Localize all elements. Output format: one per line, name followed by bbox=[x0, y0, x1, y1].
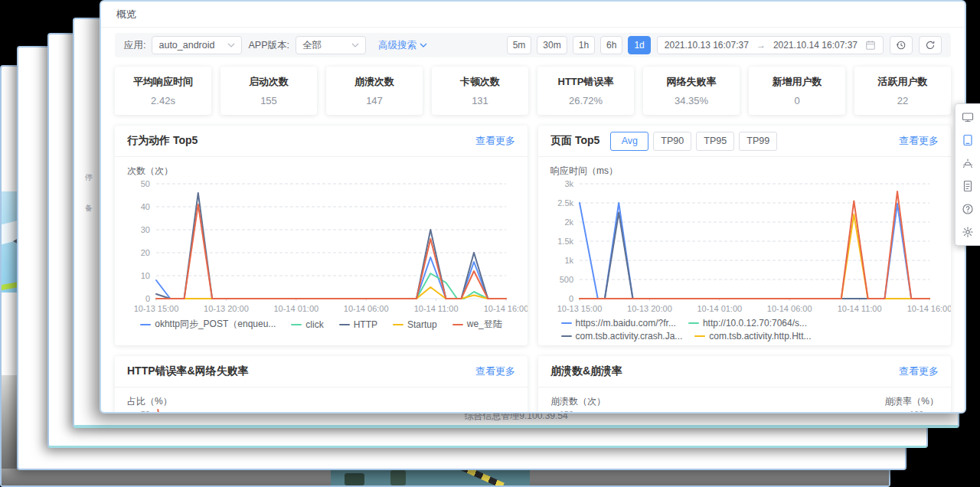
time-range-button-1d[interactable]: 1d bbox=[628, 36, 650, 54]
kpi-label: 崩溃次数 bbox=[329, 75, 420, 89]
svg-text:10-13 20:00: 10-13 20:00 bbox=[204, 304, 249, 313]
http-error-panel-title: HTTP错误率&网络失败率 bbox=[127, 364, 249, 378]
kpi-label: 网络失败率 bbox=[646, 75, 737, 89]
legend-label: com.tsb.activity.MainAct... bbox=[576, 344, 681, 345]
svg-text:1.5k: 1.5k bbox=[557, 237, 573, 246]
occluded-text-fragment: 备 bbox=[85, 203, 93, 214]
kpi-card: 平均响应时间2.42s bbox=[115, 67, 211, 115]
photo-object bbox=[390, 470, 406, 485]
kpi-card: 网络失败率34.35% bbox=[643, 67, 740, 115]
kpi-label: 启动次数 bbox=[224, 75, 314, 89]
svg-text:2.5k: 2.5k bbox=[557, 198, 573, 208]
line-chart-svg: 05001k1.5k2k2.5k3k10-13 15:0010-13 20:00… bbox=[550, 178, 940, 315]
desktop-monitor-icon[interactable] bbox=[962, 111, 974, 123]
version-select[interactable]: 全部 bbox=[296, 36, 366, 54]
kpi-label: 卡顿次数 bbox=[435, 75, 525, 89]
http-error-y-axis-label: 占比（%） bbox=[127, 395, 515, 408]
time-range-button-6h[interactable]: 6h bbox=[600, 36, 622, 54]
http-error-panel: HTTP错误率&网络失败率 查看更多 占比（%） 50 bbox=[115, 356, 528, 413]
advanced-search-link[interactable]: 高级搜索 bbox=[378, 39, 427, 52]
legend-label: HTTP bbox=[354, 319, 377, 330]
chart-fragment-svg: 150100 bbox=[550, 408, 940, 413]
svg-text:500: 500 bbox=[560, 275, 573, 284]
history-refresh-button[interactable] bbox=[890, 36, 913, 54]
help-icon[interactable] bbox=[962, 203, 974, 215]
page-more-link[interactable]: 查看更多 bbox=[899, 134, 939, 148]
refresh-button[interactable] bbox=[919, 36, 942, 54]
window-header: 概览 bbox=[101, 2, 965, 28]
svg-text:10-14 01:00: 10-14 01:00 bbox=[273, 304, 318, 313]
legend-item[interactable]: Startup bbox=[393, 318, 437, 331]
report-document-icon[interactable] bbox=[962, 180, 974, 192]
legend-item[interactable]: com.tsb.activity.http.Htt... bbox=[694, 331, 811, 342]
legend-swatch bbox=[561, 322, 572, 324]
svg-text:40: 40 bbox=[141, 202, 150, 211]
legend-swatch bbox=[339, 324, 350, 325]
mobile-device-icon[interactable] bbox=[962, 134, 974, 146]
svg-text:10-14 16:00: 10-14 16:00 bbox=[484, 304, 528, 313]
svg-text:10-13 15:00: 10-13 15:00 bbox=[134, 304, 179, 313]
legend-item[interactable]: HTTP bbox=[339, 318, 377, 331]
clock-history-icon bbox=[896, 40, 906, 51]
advanced-search-label: 高级搜索 bbox=[378, 39, 416, 52]
version-select-value: 全部 bbox=[302, 39, 322, 52]
tab-tp95[interactable]: TP95 bbox=[696, 132, 734, 151]
kpi-card: 崩溃次数147 bbox=[326, 67, 423, 115]
svg-text:0: 0 bbox=[569, 294, 573, 303]
refresh-icon bbox=[925, 40, 936, 51]
top-charts-row: 行为动作 Top5 查看更多 次数（次） 0102030405010-13 15… bbox=[115, 126, 951, 345]
http-error-more-link[interactable]: 查看更多 bbox=[475, 364, 515, 378]
date-range-picker[interactable]: 2021.10.13 16:07:37 → 2021.10.14 16:07:3… bbox=[657, 36, 884, 54]
legend-item[interactable]: https://m.baidu.com/?fr... bbox=[561, 318, 676, 328]
legend-item[interactable]: okhttp同步_POST（enqueu... bbox=[140, 318, 276, 331]
app-select[interactable]: auto_android bbox=[152, 36, 242, 54]
tab-tp90[interactable]: TP90 bbox=[653, 132, 691, 151]
legend-label: okhttp同步_POST（enqueu... bbox=[155, 318, 276, 331]
svg-text:20: 20 bbox=[141, 248, 150, 257]
chevron-down-icon bbox=[420, 43, 427, 47]
legend-item[interactable]: com.tsb.activity.MainAct... bbox=[561, 344, 681, 345]
legend-item[interactable]: we_登陆 bbox=[452, 318, 502, 331]
kpi-card: 新增用户数0 bbox=[749, 67, 845, 115]
settings-gear-icon[interactable] bbox=[962, 226, 974, 238]
kpi-value: 131 bbox=[435, 95, 525, 106]
crash-panel-title: 崩溃数&崩溃率 bbox=[550, 364, 622, 378]
http-error-chart-fragment: 50 bbox=[127, 408, 515, 413]
dashboard-window: 概览 应用: auto_android APP版本: 全部 高级搜索 5m3 bbox=[100, 0, 966, 413]
date-end: 2021.10.14 16:07:37 bbox=[773, 40, 858, 51]
svg-text:1k: 1k bbox=[564, 256, 573, 265]
tab-avg[interactable]: Avg bbox=[610, 132, 648, 151]
legend-swatch bbox=[694, 335, 705, 337]
behavior-more-link[interactable]: 查看更多 bbox=[475, 134, 515, 148]
desktop-background: 停 备 综合信息管理9.100.39.54 概览 应用: auto_androi… bbox=[0, 0, 980, 487]
legend-item[interactable]: com.tsb.activity.crash.Ja... bbox=[561, 331, 683, 342]
range-arrow: → bbox=[756, 40, 766, 51]
behavior-panel: 行为动作 Top5 查看更多 次数（次） 0102030405010-13 15… bbox=[115, 126, 528, 345]
legend-label: com.tsb.activity.http.Htt... bbox=[709, 331, 811, 342]
legend-swatch bbox=[452, 324, 463, 325]
bottom-charts-row: HTTP错误率&网络失败率 查看更多 占比（%） 50 崩溃数&崩溃率 查看更多… bbox=[115, 356, 951, 413]
page-line-chart: 05001k1.5k2k2.5k3k10-13 15:0010-13 20:00… bbox=[550, 178, 939, 315]
svg-text:50: 50 bbox=[141, 410, 150, 413]
chevron-down-icon bbox=[351, 43, 359, 47]
time-range-group: 5m30m1h6h1d bbox=[507, 36, 651, 54]
kpi-value: 22 bbox=[858, 95, 948, 106]
side-toolbar bbox=[955, 103, 980, 246]
legend-label: https://m.baidu.com/?fr... bbox=[576, 318, 676, 328]
svg-text:10-14 06:00: 10-14 06:00 bbox=[344, 304, 389, 313]
kpi-value: 2.42s bbox=[118, 95, 208, 106]
kpi-row: 平均响应时间2.42s启动次数155崩溃次数147卡顿次数131HTTP错误率2… bbox=[115, 67, 951, 115]
occluded-text-fragment: 停 bbox=[85, 172, 93, 183]
time-range-button-1h[interactable]: 1h bbox=[573, 36, 595, 54]
legend-label: http://10.0.12.70:7064/s... bbox=[703, 318, 807, 328]
alarm-icon[interactable] bbox=[962, 157, 974, 169]
page-legend: https://m.baidu.com/?fr...http://10.0.12… bbox=[561, 318, 929, 345]
legend-item[interactable]: click bbox=[291, 318, 323, 331]
photo-warning-stripe bbox=[425, 469, 505, 485]
page-panel-title: 页面 Top5 bbox=[550, 134, 599, 148]
time-range-button-30m[interactable]: 30m bbox=[537, 36, 567, 54]
crash-more-link[interactable]: 查看更多 bbox=[899, 364, 939, 378]
legend-item[interactable]: http://10.0.12.70:7064/s... bbox=[688, 318, 807, 328]
tab-tp99[interactable]: TP99 bbox=[739, 132, 777, 151]
time-range-button-5m[interactable]: 5m bbox=[507, 36, 532, 54]
